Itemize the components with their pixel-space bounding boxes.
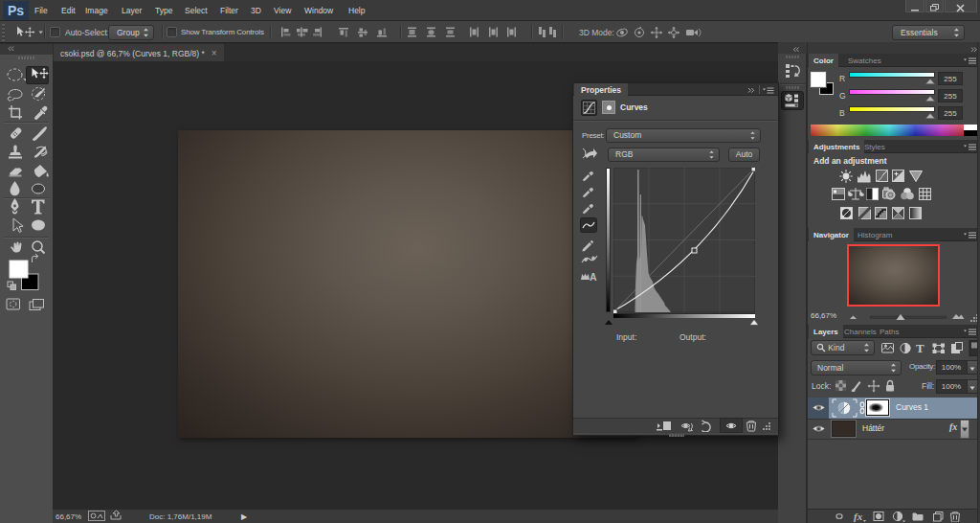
svg-text:A: A <box>590 271 597 283</box>
svg-text:T: T <box>916 341 924 355</box>
svg-text:fx: fx <box>854 511 863 522</box>
